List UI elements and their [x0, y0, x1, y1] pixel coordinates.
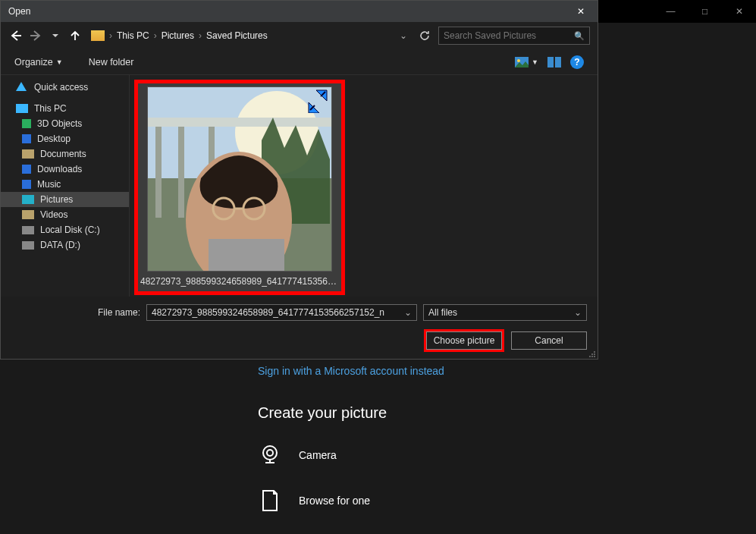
nav-forward-button[interactable]	[28, 28, 43, 43]
search-field[interactable]	[444, 30, 574, 41]
dialog-close-button[interactable]: ✕	[563, 1, 598, 22]
settings-content: Sign in with a Microsoft account instead…	[0, 353, 756, 534]
chevron-down-icon[interactable]: ⌄	[400, 30, 407, 41]
disk-icon	[22, 241, 34, 250]
browse-icon	[258, 488, 282, 513]
file-item-selected[interactable]: 48272973_988599324658989_641777415356625…	[134, 80, 345, 295]
thumbnail-caption: 48272973_988599324658989_641777415356625…	[140, 272, 339, 287]
sidebar-item-downloads[interactable]: Downloads	[1, 162, 129, 177]
file-list[interactable]: 48272973_988599324658989_641777415356625…	[130, 75, 598, 297]
new-folder-button[interactable]: New folder	[84, 54, 139, 71]
download-icon	[22, 165, 31, 174]
sidebar: Quick access This PC 3D Objects Desktop …	[1, 75, 130, 297]
chevron-down-icon: ⌄	[574, 307, 582, 318]
star-icon	[16, 82, 28, 93]
nav-back-button[interactable]	[8, 28, 24, 43]
filter-value: All files	[428, 307, 457, 318]
sidebar-item-desktop[interactable]: Desktop	[1, 131, 129, 146]
sidebar-item-label: Documents	[40, 149, 86, 159]
restore-button[interactable]: □	[688, 0, 722, 23]
sidebar-item-label: This PC	[34, 103, 67, 114]
cube-icon	[22, 119, 31, 128]
filename-label: File name:	[11, 307, 140, 318]
disk-icon	[22, 226, 34, 234]
nav-recent-button[interactable]	[48, 28, 63, 43]
document-icon	[22, 149, 34, 159]
refresh-button[interactable]	[416, 30, 434, 41]
option-camera[interactable]: Camera	[258, 443, 756, 467]
toolbar: Organize ▼ New folder ▼ ?	[1, 49, 598, 75]
video-icon	[22, 210, 34, 219]
svg-point-18	[594, 351, 595, 353]
open-dialog: Open ✕ › This PC › Pictures › Saved Pict…	[0, 0, 598, 360]
svg-rect-9	[148, 118, 332, 127]
sidebar-item-local-disk-c[interactable]: Local Disk (C:)	[1, 222, 129, 237]
help-icon: ?	[570, 55, 584, 69]
nav-row: › This PC › Pictures › Saved Pictures ⌄ …	[1, 22, 598, 49]
section-title: Create your picture	[258, 404, 756, 422]
sidebar-item-pictures[interactable]: Pictures	[1, 192, 129, 207]
svg-point-23	[594, 356, 595, 357]
chevron-down-icon[interactable]: ⌄	[404, 307, 412, 318]
close-button[interactable]: ✕	[722, 0, 756, 23]
thumbnail-image	[147, 86, 332, 272]
filename-field[interactable]	[152, 307, 404, 318]
sidebar-item-label: Videos	[40, 209, 67, 220]
signin-link[interactable]: Sign in with a Microsoft account instead	[258, 365, 756, 377]
sidebar-item-label: Pictures	[40, 194, 73, 205]
music-icon	[22, 180, 31, 189]
organize-button[interactable]: Organize ▼	[10, 54, 67, 71]
sidebar-item-label: Downloads	[37, 164, 82, 174]
svg-point-19	[591, 353, 593, 355]
svg-point-22	[591, 356, 593, 357]
search-icon: 🔍	[574, 31, 585, 41]
chevron-down-icon: ▼	[532, 58, 538, 66]
view-details-button[interactable]	[543, 54, 566, 71]
dialog-titlebar[interactable]: Open ✕	[1, 1, 598, 22]
monitor-icon	[16, 104, 28, 113]
cancel-button[interactable]: Cancel	[511, 331, 587, 350]
chevron-right-icon: ›	[108, 30, 114, 41]
dialog-title: Open	[8, 6, 30, 17]
search-input[interactable]: 🔍	[438, 27, 590, 45]
sidebar-item-documents[interactable]: Documents	[1, 146, 129, 162]
sidebar-item-label: 3D Objects	[37, 118, 82, 129]
sidebar-item-this-pc[interactable]: This PC	[1, 101, 129, 116]
nav-up-button[interactable]	[67, 28, 83, 43]
help-button[interactable]: ?	[566, 52, 588, 72]
breadcrumb[interactable]: › This PC › Pictures › Saved Pictures ⌄	[87, 27, 411, 45]
sidebar-item-label: Music	[37, 179, 61, 190]
camera-icon	[258, 443, 282, 467]
chevron-right-icon: ›	[197, 30, 203, 41]
option-browse[interactable]: Browse for one	[258, 488, 756, 513]
svg-point-3	[517, 59, 520, 62]
svg-rect-10	[155, 127, 162, 218]
svg-point-20	[594, 353, 595, 355]
option-label: Browse for one	[299, 495, 370, 507]
desktop-icon	[22, 134, 31, 143]
svg-rect-11	[178, 127, 184, 218]
close-icon: ✕	[577, 6, 585, 17]
svg-point-1	[267, 450, 273, 456]
sidebar-item-quick-access[interactable]: Quick access	[1, 80, 129, 95]
sidebar-item-3d-objects[interactable]: 3D Objects	[1, 116, 129, 131]
sidebar-item-data-d[interactable]: DATA (D:)	[1, 237, 129, 253]
file-filter-select[interactable]: All files ⌄	[423, 304, 587, 321]
sidebar-item-label: Desktop	[37, 134, 71, 144]
sidebar-item-videos[interactable]: Videos	[1, 207, 129, 222]
sidebar-item-music[interactable]: Music	[1, 177, 129, 192]
resize-grip[interactable]	[588, 350, 596, 357]
choose-picture-button[interactable]: Choose picture	[426, 331, 502, 350]
sidebar-item-label: DATA (D:)	[40, 240, 80, 250]
sidebar-item-label: Quick access	[34, 82, 88, 93]
view-picture-button[interactable]: ▼	[510, 54, 543, 71]
dialog-footer: File name: ⌄ All files ⌄ Choose picture …	[1, 297, 598, 359]
breadcrumb-segment[interactable]: Pictures	[158, 30, 197, 41]
svg-rect-4	[547, 57, 554, 68]
filename-input[interactable]: ⌄	[146, 304, 417, 321]
folder-icon	[91, 30, 105, 41]
minimize-button[interactable]: —	[654, 0, 688, 23]
svg-rect-5	[555, 57, 561, 68]
breadcrumb-segment[interactable]: Saved Pictures	[203, 30, 271, 41]
breadcrumb-segment[interactable]: This PC	[114, 30, 152, 41]
